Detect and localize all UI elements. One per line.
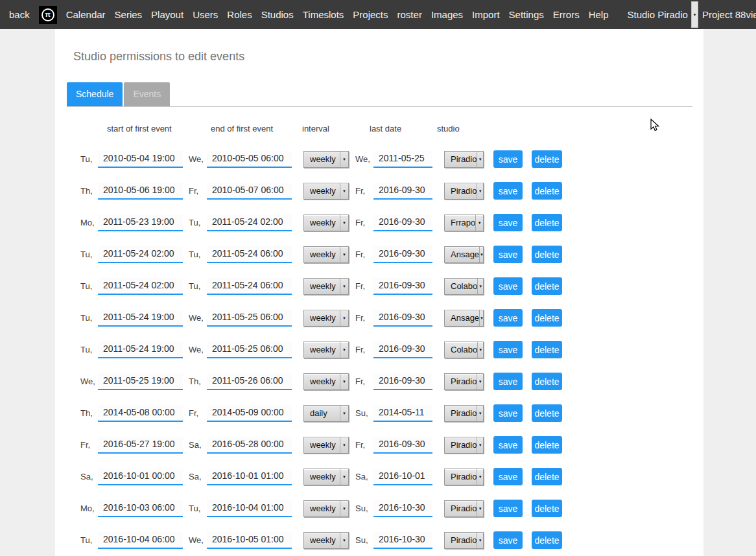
start-datetime-input[interactable] (98, 373, 183, 390)
delete-button[interactable]: delete (532, 150, 562, 168)
end-datetime-input[interactable] (207, 373, 292, 390)
nav-item-errors[interactable]: Errors (549, 9, 584, 20)
last-date-input[interactable] (373, 214, 432, 231)
save-button[interactable]: save (493, 214, 523, 231)
interval-select[interactable]: weekly ▼ (303, 373, 349, 390)
start-datetime-input[interactable] (98, 151, 183, 168)
back-link[interactable]: back (9, 9, 34, 20)
start-datetime-input[interactable] (98, 246, 183, 263)
delete-button[interactable]: delete (532, 500, 562, 517)
save-button[interactable]: save (493, 436, 523, 454)
nav-item-studios[interactable]: Studios (257, 9, 298, 20)
studio-row-select[interactable]: Colabo ▼ (444, 278, 484, 295)
delete-button[interactable]: delete (532, 182, 562, 200)
last-date-input[interactable] (373, 342, 432, 358)
start-datetime-input[interactable] (98, 214, 183, 231)
interval-select[interactable]: weekly ▼ (303, 469, 349, 485)
last-date-input[interactable] (373, 405, 432, 422)
interval-select[interactable]: weekly ▼ (303, 437, 349, 454)
studio-row-select[interactable]: Piradio ▼ (444, 405, 484, 422)
start-datetime-input[interactable] (98, 278, 183, 295)
interval-select[interactable]: daily ▼ (303, 405, 349, 422)
studio-select[interactable]: Studio Piradio ▼ (624, 1, 698, 28)
delete-button[interactable]: delete (532, 373, 562, 390)
start-datetime-input[interactable] (98, 342, 183, 358)
delete-button[interactable]: delete (532, 277, 562, 295)
end-datetime-input[interactable] (207, 151, 292, 168)
interval-select[interactable]: weekly ▼ (303, 246, 349, 263)
interval-select[interactable]: weekly ▼ (303, 310, 349, 327)
nav-item-roles[interactable]: Roles (222, 9, 256, 20)
end-datetime-input[interactable] (207, 214, 292, 231)
nav-item-roster[interactable]: roster (393, 9, 427, 20)
studio-row-select[interactable]: Piradio ▼ (444, 437, 484, 454)
studio-row-select[interactable]: Piradio ▼ (444, 469, 484, 485)
start-datetime-input[interactable] (98, 183, 183, 200)
save-button[interactable]: save (493, 246, 523, 263)
nav-item-projects[interactable]: Projects (348, 9, 392, 20)
tab-schedule[interactable]: Schedule (67, 82, 123, 106)
last-date-input[interactable] (373, 310, 432, 327)
tab-events[interactable]: Events (124, 82, 170, 106)
last-date-input[interactable] (373, 183, 432, 200)
end-datetime-input[interactable] (207, 342, 292, 358)
save-button[interactable]: save (493, 373, 523, 390)
pi-radio-logo-icon[interactable]: π (39, 6, 57, 24)
end-datetime-input[interactable] (207, 532, 292, 549)
interval-select[interactable]: weekly ▼ (303, 151, 349, 168)
end-datetime-input[interactable] (207, 310, 292, 327)
nav-item-images[interactable]: Images (427, 9, 467, 20)
nav-item-help[interactable]: Help (584, 9, 613, 20)
save-button[interactable]: save (493, 500, 523, 517)
end-datetime-input[interactable] (207, 405, 292, 422)
end-datetime-input[interactable] (207, 437, 292, 454)
nav-item-timeslots[interactable]: Timeslots (298, 9, 349, 20)
studio-row-select[interactable]: Piradio ▼ (444, 151, 484, 168)
last-date-input[interactable] (373, 437, 432, 454)
delete-button[interactable]: delete (532, 214, 562, 231)
save-button[interactable]: save (493, 531, 523, 549)
delete-button[interactable]: delete (532, 436, 562, 454)
interval-select[interactable]: weekly ▼ (303, 342, 349, 358)
delete-button[interactable]: delete (532, 404, 562, 422)
interval-select[interactable]: weekly ▼ (303, 214, 349, 231)
end-datetime-input[interactable] (207, 469, 292, 485)
nav-item-calendar[interactable]: Calendar (62, 9, 110, 20)
end-datetime-input[interactable] (207, 500, 292, 517)
interval-select[interactable]: weekly ▼ (303, 183, 349, 200)
studio-row-select[interactable]: Piradio ▼ (444, 500, 484, 517)
project-select[interactable]: Project 88vier ▼ (698, 1, 756, 28)
studio-row-select[interactable]: Colabo ▼ (444, 342, 484, 358)
studio-row-select[interactable]: Piradio ▼ (444, 532, 484, 549)
delete-button[interactable]: delete (532, 468, 562, 485)
nav-item-series[interactable]: Series (110, 9, 147, 20)
studio-row-select[interactable]: Piradio ▼ (444, 373, 484, 390)
studio-row-select[interactable]: Piradio ▼ (444, 183, 484, 200)
chevron-down-icon[interactable]: ▼ (691, 1, 698, 28)
last-date-input[interactable] (373, 373, 432, 390)
nav-item-import[interactable]: Import (467, 9, 504, 20)
last-date-input[interactable] (373, 469, 432, 485)
save-button[interactable]: save (493, 309, 523, 327)
save-button[interactable]: save (493, 150, 523, 168)
nav-item-settings[interactable]: Settings (504, 9, 549, 20)
delete-button[interactable]: delete (532, 246, 562, 263)
end-datetime-input[interactable] (207, 246, 292, 263)
studio-row-select[interactable]: Ansage ▼ (444, 246, 484, 263)
last-date-input[interactable] (373, 246, 432, 263)
last-date-input[interactable] (373, 278, 432, 295)
save-button[interactable]: save (493, 468, 523, 485)
end-datetime-input[interactable] (207, 183, 292, 200)
start-datetime-input[interactable] (98, 469, 183, 485)
start-datetime-input[interactable] (98, 500, 183, 517)
last-date-input[interactable] (373, 151, 432, 168)
last-date-input[interactable] (373, 532, 432, 549)
delete-button[interactable]: delete (532, 531, 562, 549)
studio-row-select[interactable]: Frrapo ▼ (444, 214, 484, 231)
start-datetime-input[interactable] (98, 405, 183, 422)
interval-select[interactable]: weekly ▼ (303, 278, 349, 295)
delete-button[interactable]: delete (532, 309, 562, 327)
save-button[interactable]: save (493, 404, 523, 422)
last-date-input[interactable] (373, 500, 432, 517)
start-datetime-input[interactable] (98, 310, 183, 327)
